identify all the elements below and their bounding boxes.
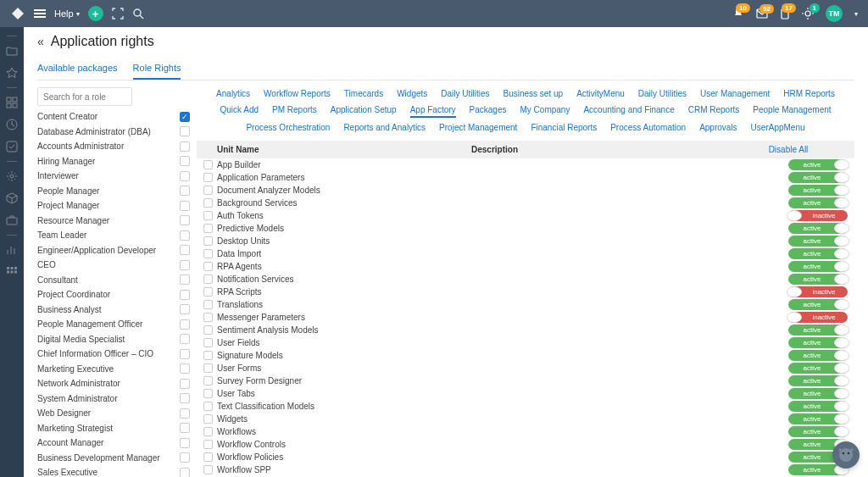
sub-tab[interactable]: Analytics xyxy=(216,87,250,100)
unit-checkbox[interactable] xyxy=(203,376,213,385)
role-row[interactable]: Marketing Strategist xyxy=(37,421,190,436)
unit-toggle[interactable] xyxy=(788,210,848,221)
unit-toggle[interactable] xyxy=(788,286,848,297)
unit-toggle[interactable] xyxy=(788,426,848,437)
unit-toggle[interactable] xyxy=(788,337,848,348)
nav-star-icon[interactable] xyxy=(5,66,19,80)
sub-tab[interactable]: My Company xyxy=(520,103,570,118)
unit-checkbox[interactable] xyxy=(203,249,213,258)
role-row[interactable]: Team Leader xyxy=(37,228,190,243)
help-menu[interactable]: Help▾ xyxy=(54,8,80,19)
role-checkbox[interactable] xyxy=(180,334,190,344)
unit-checkbox[interactable] xyxy=(203,300,213,309)
role-row[interactable]: Digital Media Specialist xyxy=(37,332,190,347)
search-icon[interactable] xyxy=(132,8,144,19)
unit-toggle[interactable] xyxy=(788,350,848,361)
add-button[interactable]: + xyxy=(88,6,103,21)
role-checkbox[interactable] xyxy=(180,141,190,152)
role-checkbox[interactable] xyxy=(180,215,190,225)
role-row[interactable]: Accounts Administrator xyxy=(37,139,190,154)
role-row[interactable]: Marketing Executive xyxy=(37,362,190,377)
unit-checkbox[interactable] xyxy=(203,211,213,220)
role-row[interactable]: Resource Manager xyxy=(37,214,190,229)
unit-checkbox[interactable] xyxy=(203,427,213,436)
unit-toggle[interactable] xyxy=(788,299,848,310)
role-row[interactable]: People Management Officer xyxy=(37,317,190,332)
unit-toggle[interactable] xyxy=(788,248,848,259)
mail-icon[interactable]: 92 xyxy=(756,8,768,19)
unit-checkbox[interactable] xyxy=(203,160,213,169)
clipboard-icon[interactable]: 17 xyxy=(780,8,790,19)
role-row[interactable]: Content Creator xyxy=(37,109,190,125)
nav-briefcase-icon[interactable] xyxy=(5,214,19,227)
bell-icon[interactable]: 10 xyxy=(732,8,744,19)
page-tab-available-packages[interactable]: Available packages xyxy=(37,58,118,80)
unit-toggle[interactable] xyxy=(788,413,848,424)
sub-tab[interactable]: ActivityMenu xyxy=(576,87,625,100)
unit-checkbox[interactable] xyxy=(203,325,213,335)
unit-checkbox[interactable] xyxy=(203,262,213,271)
sub-tab[interactable]: Financial Reports xyxy=(531,121,597,134)
role-checkbox[interactable] xyxy=(180,260,190,270)
role-row[interactable]: Sales Executive xyxy=(37,465,190,477)
role-checkbox[interactable] xyxy=(180,349,190,359)
sub-tab[interactable]: CRM Reports xyxy=(688,103,740,118)
unit-checkbox[interactable] xyxy=(203,363,213,373)
nav-clock-icon[interactable] xyxy=(5,118,19,131)
unit-toggle[interactable] xyxy=(788,197,848,208)
role-checkbox[interactable] xyxy=(180,304,190,314)
role-checkbox[interactable] xyxy=(180,393,190,403)
unit-toggle[interactable] xyxy=(788,312,848,323)
role-checkbox[interactable] xyxy=(180,275,190,285)
unit-checkbox[interactable] xyxy=(203,275,213,284)
nav-box-icon[interactable] xyxy=(5,191,19,205)
sub-tab[interactable]: Widgets xyxy=(397,87,427,100)
sub-tab[interactable]: Timecards xyxy=(344,87,383,100)
role-checkbox[interactable] xyxy=(180,319,190,330)
sub-tab[interactable]: Approvals xyxy=(699,121,737,134)
role-checkbox[interactable] xyxy=(180,112,190,122)
sub-tab[interactable]: User Management xyxy=(700,87,770,100)
unit-checkbox[interactable] xyxy=(203,452,213,462)
nav-grid-icon[interactable] xyxy=(5,96,19,109)
unit-toggle[interactable] xyxy=(788,401,848,412)
unit-toggle[interactable] xyxy=(788,375,848,386)
role-checkbox[interactable] xyxy=(180,379,190,389)
unit-toggle[interactable] xyxy=(788,363,848,374)
role-checkbox[interactable] xyxy=(180,452,190,463)
role-row[interactable]: Project Manager xyxy=(37,198,190,214)
role-row[interactable]: Consultant xyxy=(37,273,190,288)
role-row[interactable]: Account Manager xyxy=(37,435,190,451)
unit-checkbox[interactable] xyxy=(203,351,213,360)
unit-toggle[interactable] xyxy=(788,324,848,336)
role-row[interactable]: Interviewer xyxy=(37,169,190,184)
sub-tab[interactable]: Packages xyxy=(470,103,507,118)
role-checkbox[interactable] xyxy=(180,468,190,477)
sub-tab[interactable]: Quick Add xyxy=(220,103,259,118)
sub-tab[interactable]: UserAppMenu xyxy=(751,121,805,134)
sub-tab[interactable]: Business set up xyxy=(504,87,564,100)
unit-toggle[interactable] xyxy=(788,236,848,247)
sub-tab[interactable]: Process Orchestration xyxy=(246,121,330,134)
avatar-chevron-icon[interactable]: ▾ xyxy=(854,10,858,18)
unit-checkbox[interactable] xyxy=(203,440,213,449)
nav-chart-icon[interactable] xyxy=(5,243,19,257)
role-checkbox[interactable] xyxy=(180,156,190,166)
unit-checkbox[interactable] xyxy=(203,313,213,322)
role-checkbox[interactable] xyxy=(180,290,190,300)
unit-checkbox[interactable] xyxy=(203,287,213,297)
role-row[interactable]: Engineer/Application Developer xyxy=(37,243,190,258)
nav-gear-icon[interactable] xyxy=(5,169,19,183)
unit-checkbox[interactable] xyxy=(203,198,213,208)
fullscreen-icon[interactable] xyxy=(112,8,124,19)
sub-tab[interactable]: HRM Reports xyxy=(783,87,835,100)
sub-tab[interactable]: Reports and Analytics xyxy=(343,121,426,134)
sub-tab[interactable]: App Factory xyxy=(410,103,456,118)
sub-tab[interactable]: People Management xyxy=(753,103,831,118)
unit-checkbox[interactable] xyxy=(203,338,213,347)
role-row[interactable]: Business Development Manager xyxy=(37,451,190,466)
role-checkbox[interactable] xyxy=(180,186,190,196)
sub-tab[interactable]: Workflow Reports xyxy=(264,87,331,100)
unit-toggle[interactable] xyxy=(788,274,848,285)
unit-toggle[interactable] xyxy=(788,388,848,399)
